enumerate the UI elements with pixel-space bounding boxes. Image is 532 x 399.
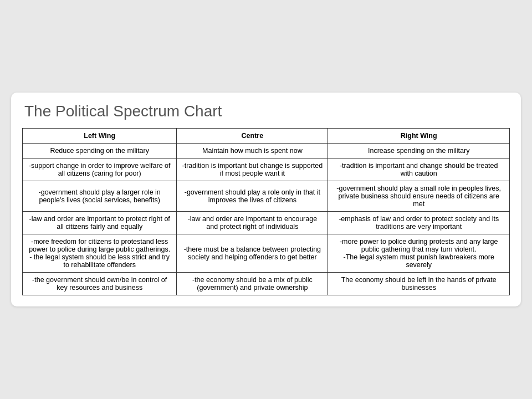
cell-r2-c2: -government should play a small role in … [328, 181, 510, 212]
header-right-wing: Right Wing [328, 129, 510, 144]
table-header-row: Left Wing Centre Right Wing [23, 129, 510, 144]
table-row: -more freedom for citizens to protestand… [23, 234, 510, 273]
cell-r4-c0: -more freedom for citizens to protestand… [23, 234, 177, 273]
table-row: -support change in order to improve welf… [23, 158, 510, 181]
main-card: The Political Spectrum Chart Left Wing C… [11, 93, 521, 306]
cell-r1-c0: -support change in order to improve welf… [23, 158, 177, 181]
cell-r0-c2: Increase spending on the military [328, 144, 510, 158]
cell-r5-c2: The economy should be left in the hands … [328, 273, 510, 295]
cell-r2-c1: -government should play a role only in t… [177, 181, 328, 212]
spectrum-table: Left Wing Centre Right Wing Reduce spend… [22, 128, 510, 295]
table-row: Reduce spending on the militaryMaintain … [23, 144, 510, 158]
cell-r3-c0: -law and order are important to protect … [23, 212, 177, 234]
cell-r0-c0: Reduce spending on the military [23, 144, 177, 158]
table-row: -law and order are important to protect … [23, 212, 510, 234]
table-row: -the government should own/be in control… [23, 273, 510, 295]
cell-r0-c1: Maintain how much is spent now [177, 144, 328, 158]
header-left-wing: Left Wing [23, 129, 177, 144]
cell-r2-c0: -government should play a larger role in… [23, 181, 177, 212]
header-centre: Centre [177, 129, 328, 144]
cell-r5-c0: -the government should own/be in control… [23, 273, 177, 295]
page-title: The Political Spectrum Chart [22, 103, 510, 120]
cell-r4-c2: -more power to police during protests an… [328, 234, 510, 273]
cell-r1-c1: -tradition is important but change is su… [177, 158, 328, 181]
cell-r5-c1: -the economy should be a mix of public (… [177, 273, 328, 295]
table-row: -government should play a larger role in… [23, 181, 510, 212]
cell-r3-c2: -emphasis of law and order to protect so… [328, 212, 510, 234]
cell-r1-c2: -tradition is important and change shoul… [328, 158, 510, 181]
cell-r3-c1: -law and order are important to encourag… [177, 212, 328, 234]
cell-r4-c1: -there must be a balance between protect… [177, 234, 328, 273]
